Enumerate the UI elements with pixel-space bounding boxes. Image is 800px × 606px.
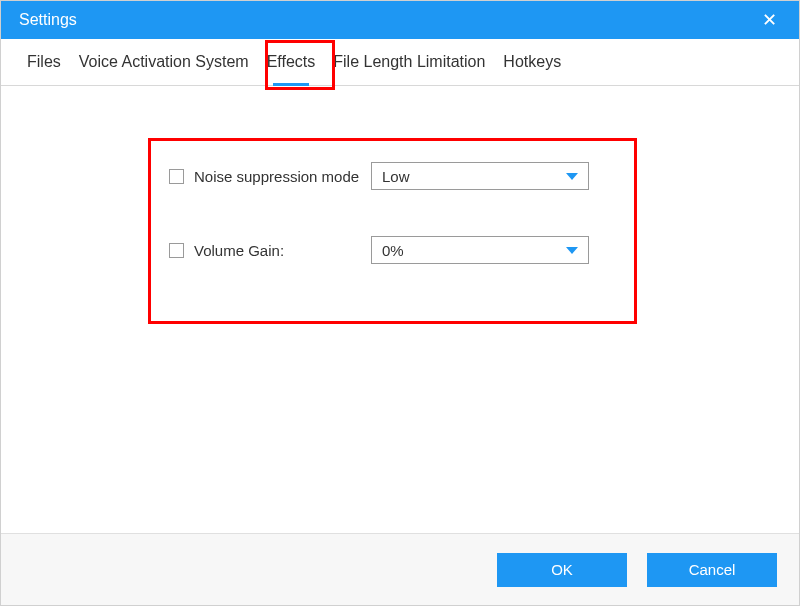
chevron-down-icon	[566, 247, 578, 254]
effects-content: Noise suppression mode Low Volume Gain: …	[1, 86, 799, 533]
volume-gain-value: 0%	[382, 242, 404, 259]
noise-suppression-value: Low	[382, 168, 410, 185]
noise-suppression-dropdown[interactable]: Low	[371, 162, 589, 190]
volume-gain-checkbox[interactable]	[169, 243, 184, 258]
tab-voice-activation[interactable]: Voice Activation System	[79, 53, 249, 85]
chevron-down-icon	[566, 173, 578, 180]
volume-gain-left: Volume Gain:	[1, 242, 371, 259]
volume-gain-row: Volume Gain: 0%	[1, 236, 799, 264]
volume-gain-label: Volume Gain:	[194, 242, 284, 259]
footer: OK Cancel	[1, 533, 799, 605]
close-icon[interactable]: ✕	[762, 9, 777, 31]
window-title: Settings	[19, 11, 77, 29]
tab-files[interactable]: Files	[27, 53, 61, 85]
titlebar: Settings ✕	[1, 1, 799, 39]
noise-suppression-checkbox[interactable]	[169, 169, 184, 184]
settings-window: Settings ✕ Files Voice Activation System…	[0, 0, 800, 606]
cancel-button[interactable]: Cancel	[647, 553, 777, 587]
ok-button[interactable]: OK	[497, 553, 627, 587]
tab-file-length[interactable]: File Length Limitation	[333, 53, 485, 85]
noise-suppression-left: Noise suppression mode	[1, 168, 371, 185]
tab-bar: Files Voice Activation System Effects Fi…	[1, 39, 799, 86]
tab-effects[interactable]: Effects	[267, 53, 316, 85]
tab-hotkeys[interactable]: Hotkeys	[503, 53, 561, 85]
noise-suppression-label: Noise suppression mode	[194, 168, 359, 185]
noise-suppression-row: Noise suppression mode Low	[1, 162, 799, 190]
volume-gain-dropdown[interactable]: 0%	[371, 236, 589, 264]
